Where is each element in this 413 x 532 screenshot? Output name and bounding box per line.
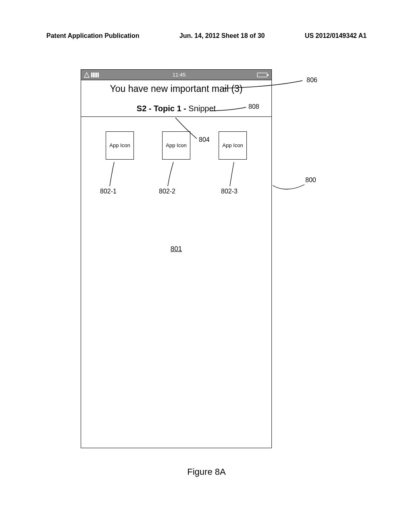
- notification-snippet: S2 - Topic 1 - Snippet: [84, 104, 268, 113]
- svg-rect-1: [91, 73, 92, 77]
- app-icon-label: App Icon: [109, 143, 130, 149]
- app-icon-1[interactable]: App Icon: [106, 131, 134, 160]
- device-frame: 11:45 You have new important mail (3) S2…: [81, 69, 272, 448]
- app-icon-2[interactable]: App Icon: [162, 131, 190, 160]
- status-left: [83, 72, 101, 78]
- ref-802-1: 802-1: [100, 188, 117, 195]
- touchscreen-ref-801: 801: [171, 245, 182, 253]
- app-icon-3[interactable]: App Icon: [219, 131, 247, 160]
- notification-banner[interactable]: You have new important mail (3) S2 - Top…: [81, 80, 271, 117]
- header-center: Jun. 14, 2012 Sheet 18 of 30: [179, 32, 265, 39]
- ref-804: 804: [199, 136, 210, 143]
- ref-806: 806: [307, 77, 317, 84]
- battery-icon: [257, 72, 269, 78]
- status-bar: 11:45: [81, 70, 271, 80]
- svg-rect-3: [94, 73, 96, 77]
- header-right: US 2012/0149342 A1: [305, 32, 367, 39]
- ref-808: 808: [248, 103, 259, 110]
- snippet-rest: Snippet: [188, 104, 216, 113]
- ref-802-3: 802-3: [221, 188, 238, 195]
- signal-triangle-icon: [83, 72, 90, 78]
- ref-802-2: 802-2: [159, 188, 175, 195]
- app-icon-label: App Icon: [166, 143, 186, 149]
- app-icon-label: App Icon: [222, 143, 243, 149]
- svg-rect-6: [257, 73, 267, 77]
- status-time: 11:45: [173, 72, 186, 78]
- svg-rect-2: [93, 73, 94, 77]
- svg-rect-7: [267, 74, 269, 76]
- snippet-bold: S2 - Topic 1 -: [137, 104, 189, 113]
- signal-bars-icon: [91, 72, 101, 78]
- svg-rect-4: [96, 73, 97, 77]
- header-left: Patent Application Publication: [46, 32, 140, 39]
- svg-marker-0: [84, 73, 89, 77]
- figure-caption: Figure 8A: [0, 467, 413, 477]
- svg-rect-5: [98, 73, 99, 77]
- app-icons-row: App Icon App Icon App Icon: [81, 117, 271, 160]
- ref-800: 800: [305, 177, 316, 184]
- notification-title: You have new important mail (3): [84, 83, 268, 94]
- page-header: Patent Application Publication Jun. 14, …: [0, 32, 413, 39]
